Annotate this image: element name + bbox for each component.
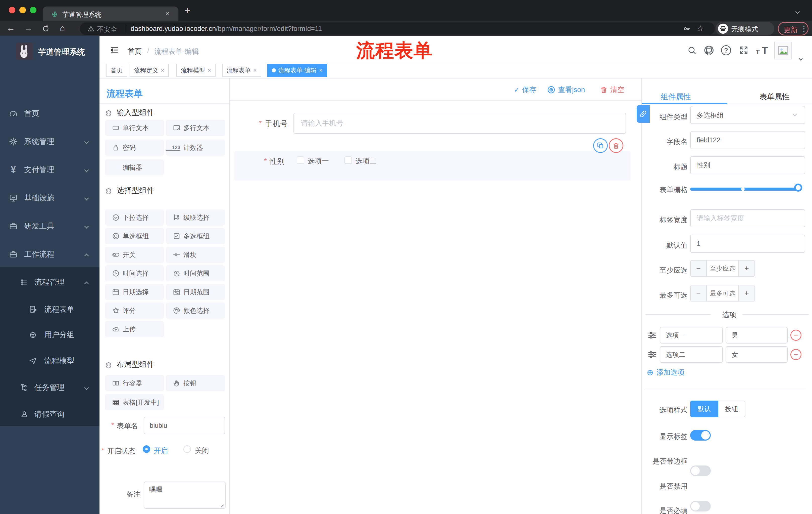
form-name-input[interactable]: [144, 417, 225, 434]
remove-option-button[interactable]: −: [790, 349, 802, 360]
sidebar-item-infra[interactable]: 基础设施: [0, 185, 99, 211]
canvas-field-phone[interactable]: * 手机号: [230, 113, 641, 134]
tab-form-props[interactable]: 表单属性: [759, 92, 790, 102]
border-switch[interactable]: [690, 465, 711, 476]
palette-item-button[interactable]: 按钮: [166, 375, 225, 391]
title-input[interactable]: [690, 156, 805, 174]
url-bar[interactable]: 不安全 dashboard.yudao.iocoder.cn/bpm/manag…: [80, 22, 715, 35]
palette-item-slider[interactable]: 滑块: [166, 247, 225, 263]
palette-item-color[interactable]: 颜色选择: [166, 302, 225, 319]
clear-button[interactable]: 清空: [600, 85, 624, 94]
link-drawer-tab[interactable]: [637, 105, 650, 123]
sidebar-logo[interactable]: 芋道管理系统: [0, 38, 99, 66]
option-value-input[interactable]: [726, 327, 788, 344]
font-size-icon-big[interactable]: T: [762, 45, 768, 56]
remark-textarea[interactable]: 嘿嘿: [144, 482, 226, 509]
drag-handle-icon[interactable]: [649, 332, 656, 338]
stepper-increase[interactable]: +: [738, 261, 754, 276]
slider-handle[interactable]: [794, 184, 802, 192]
window-minimize-button[interactable]: [19, 7, 26, 13]
password-key-icon[interactable]: [685, 28, 690, 30]
palette-item-select[interactable]: 下拉选择: [105, 210, 164, 225]
palette-item-radio-group[interactable]: 单选框组: [105, 228, 164, 244]
max-select-input[interactable]: [707, 286, 738, 301]
grid-slider[interactable]: [690, 184, 805, 195]
option-label-input[interactable]: [660, 327, 723, 344]
sidebar-item-system[interactable]: 系统管理: [0, 129, 99, 155]
sidebar-item-workflow[interactable]: 工作流程: [0, 241, 99, 267]
show-label-switch[interactable]: [690, 430, 711, 440]
palette-item-time[interactable]: 时间选择: [105, 265, 164, 281]
drag-handle-icon[interactable]: [649, 352, 656, 358]
delete-component-button[interactable]: [609, 138, 623, 153]
gender-option2-label[interactable]: 选项二: [355, 156, 377, 166]
sidebar-item-leave-query[interactable]: 请假查询: [0, 401, 99, 427]
palette-item-cascade[interactable]: 级联选择: [166, 210, 225, 225]
help-icon[interactable]: ?: [721, 45, 731, 55]
tag-process-form-edit[interactable]: 流程表单-编辑×: [267, 64, 327, 77]
not-secure-label[interactable]: 不安全: [97, 25, 117, 34]
status-off-radio[interactable]: [183, 445, 191, 453]
palette-item-multi-text[interactable]: 多行文本: [166, 120, 225, 136]
palette-item-single-text[interactable]: 单行文本: [105, 120, 164, 136]
palette-item-switch[interactable]: 开关: [105, 247, 164, 263]
view-json-button[interactable]: 查看json: [547, 85, 585, 94]
menu-fold-icon[interactable]: [111, 47, 118, 53]
status-on-radio[interactable]: [143, 445, 150, 453]
browser-menu-dots-icon[interactable]: ⋮: [800, 24, 808, 33]
window-zoom-button[interactable]: [30, 7, 36, 13]
browser-tab[interactable]: 芋道管理系统 ×: [43, 6, 178, 21]
sidebar-item-devtools[interactable]: 研发工具: [0, 213, 99, 239]
min-select-stepper[interactable]: − +: [690, 260, 755, 277]
sidebar-item-process-model[interactable]: 流程模型: [0, 348, 99, 374]
tag-close-icon[interactable]: ×: [253, 67, 257, 74]
tag-process-model[interactable]: 流程模型×: [176, 64, 215, 77]
reload-icon[interactable]: [44, 25, 48, 31]
tag-process-definition[interactable]: 流程定义×: [129, 64, 169, 77]
stepper-increase[interactable]: +: [738, 286, 754, 301]
default-value-input[interactable]: [690, 235, 805, 253]
phone-input[interactable]: [293, 113, 626, 134]
sidebar-item-task-mgmt[interactable]: 任务管理: [0, 374, 99, 401]
min-select-input[interactable]: [707, 261, 738, 276]
palette-item-date-range[interactable]: 日期范围: [166, 284, 225, 300]
sidebar-item-home[interactable]: 首页: [0, 100, 99, 127]
palette-item-editor[interactable]: 编辑器: [105, 159, 164, 175]
back-icon[interactable]: ←: [6, 23, 15, 33]
copy-component-button[interactable]: [593, 138, 608, 153]
gender-option2-checkbox[interactable]: [344, 156, 352, 164]
breadcrumb-home[interactable]: 首页: [127, 47, 142, 56]
avatar[interactable]: [774, 42, 792, 59]
palette-item-counter[interactable]: 123 计数器: [166, 140, 225, 156]
canvas-field-gender-selected[interactable]: * 性别 选项一 选项二: [234, 151, 631, 181]
tag-process-form[interactable]: 流程表单×: [222, 64, 261, 77]
save-button[interactable]: ✓ 保存: [514, 85, 536, 94]
option-label-input[interactable]: [660, 346, 723, 363]
url-path[interactable]: /bpm/manager/form/edit?formId=11: [216, 25, 322, 33]
add-option-button[interactable]: ⊕ 添加选项: [647, 368, 685, 377]
new-tab-button[interactable]: +: [185, 5, 191, 16]
tab-component-props[interactable]: 组件属性: [661, 92, 691, 102]
avatar-caret-icon[interactable]: [799, 57, 803, 61]
tag-close-icon[interactable]: ×: [319, 67, 323, 74]
sidebar-item-user-group[interactable]: 用户分组: [0, 322, 99, 348]
palette-item-password[interactable]: 密码: [105, 140, 164, 156]
palette-item-checkbox-group[interactable]: 多选框组: [166, 228, 225, 244]
tag-close-icon[interactable]: ×: [207, 67, 211, 74]
header-search-icon[interactable]: [689, 47, 695, 54]
update-button[interactable]: 更新 ⋮: [778, 22, 809, 35]
palette-item-rate[interactable]: 评分: [105, 302, 164, 319]
palette-item-row-container[interactable]: 行容器: [105, 375, 164, 391]
palette-item-time-range[interactable]: 时间范围: [166, 265, 225, 281]
forward-icon[interactable]: →: [24, 23, 33, 33]
tab-search-chevron-icon[interactable]: [795, 9, 800, 14]
label-width-input[interactable]: [690, 209, 805, 227]
window-close-button[interactable]: [9, 7, 15, 13]
font-size-icon[interactable]: T: [756, 48, 760, 56]
status-on-label[interactable]: 开启: [154, 446, 168, 455]
style-default-button[interactable]: 默认: [690, 401, 718, 417]
remove-option-button[interactable]: −: [790, 330, 802, 341]
palette-item-table[interactable]: 表格[开发中]: [105, 394, 164, 410]
gender-option1-checkbox[interactable]: [297, 156, 304, 164]
home-icon[interactable]: ⌂: [60, 23, 65, 33]
